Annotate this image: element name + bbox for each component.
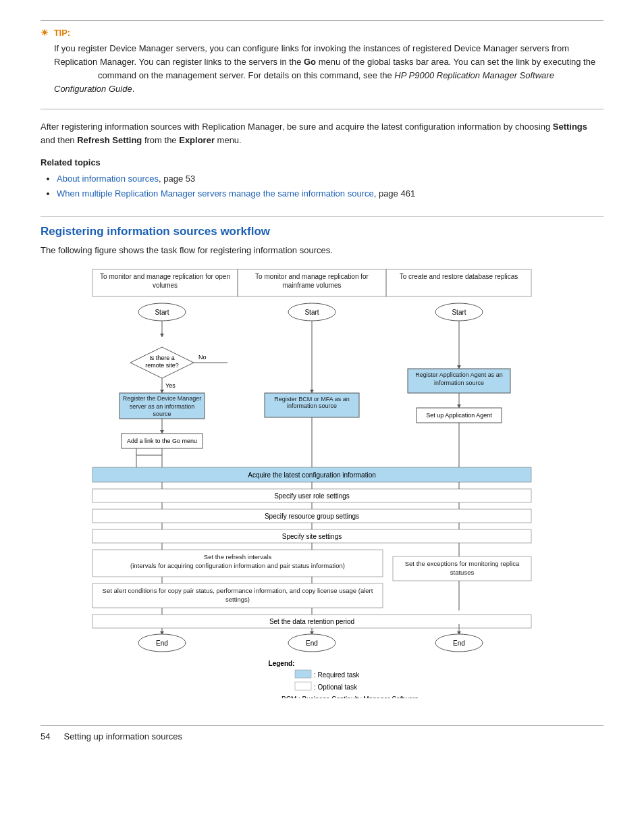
svg-marker-10 xyxy=(160,334,164,337)
footer-text: Setting up information sources xyxy=(63,731,182,741)
section-divider xyxy=(41,109,603,109)
svg-text:Legend:: Legend: xyxy=(269,660,295,667)
svg-text:End: End xyxy=(156,640,168,647)
svg-text:: Required task: : Required task xyxy=(314,671,360,679)
related-item-1: About information sources, page 53 xyxy=(57,172,603,186)
main-text: After registering information sources wi… xyxy=(41,120,603,149)
svg-text:BCM : Business Continuity Mana: BCM : Business Continuity Manager Softwa… xyxy=(281,696,419,698)
related-item-2: When multiple Replication Manager server… xyxy=(57,186,603,201)
page-footer: 54 Setting up information sources xyxy=(41,725,603,741)
related-topics-list: About information sources, page 53 When … xyxy=(41,172,603,201)
svg-marker-33 xyxy=(457,405,461,408)
tip-header: ☀ TIP: xyxy=(41,28,603,38)
section-intro: The following figure shows the task flow… xyxy=(41,245,603,255)
workflow-svg: To monitor and manage replication for op… xyxy=(86,266,558,698)
svg-text:End: End xyxy=(453,640,465,647)
tip-icon: ☀ xyxy=(41,28,49,38)
svg-rect-84 xyxy=(295,670,311,678)
svg-text:Yes: Yes xyxy=(165,382,176,389)
svg-text:Is there a: Is there a xyxy=(149,355,175,361)
svg-text:Start: Start xyxy=(304,309,319,316)
tip-text: If you register Device Manager servers, … xyxy=(54,42,603,97)
svg-rect-86 xyxy=(295,682,311,690)
svg-text:Specify user role settings: Specify user role settings xyxy=(274,492,350,500)
svg-text:remote site?: remote site? xyxy=(145,362,179,369)
tip-section: ☀ TIP: If you register Device Manager se… xyxy=(41,20,603,97)
related-topics-label: Related topics xyxy=(41,157,603,167)
tip-body: If you register Device Manager servers, … xyxy=(41,42,603,97)
related-topics: Related topics About information sources… xyxy=(41,157,603,201)
svg-text:Specify resource group setting: Specify resource group settings xyxy=(265,513,359,520)
svg-text:Set up Application Agent: Set up Application Agent xyxy=(426,412,492,419)
related-link-2[interactable]: When multiple Replication Manager server… xyxy=(57,188,374,199)
svg-text:Add a link to the Go menu: Add a link to the Go menu xyxy=(127,438,197,444)
svg-text:No: No xyxy=(198,354,207,361)
workflow-diagram: To monitor and manage replication for op… xyxy=(41,266,603,698)
svg-text:End: End xyxy=(306,640,318,647)
related-link-1[interactable]: About information sources xyxy=(57,174,159,184)
svg-marker-21 xyxy=(160,430,164,434)
section-heading: Registering information sources workflow xyxy=(41,216,603,238)
svg-text:: Optional task: : Optional task xyxy=(314,683,358,691)
svg-text:Set the data retention period: Set the data retention period xyxy=(269,618,354,625)
svg-text:Specify site settings: Specify site settings xyxy=(282,533,342,540)
page-number: 54 xyxy=(41,731,50,741)
svg-text:Start: Start xyxy=(155,309,169,316)
svg-text:Acquire the latest configurati: Acquire the latest configuration informa… xyxy=(248,471,376,479)
svg-text:Start: Start xyxy=(452,309,466,316)
